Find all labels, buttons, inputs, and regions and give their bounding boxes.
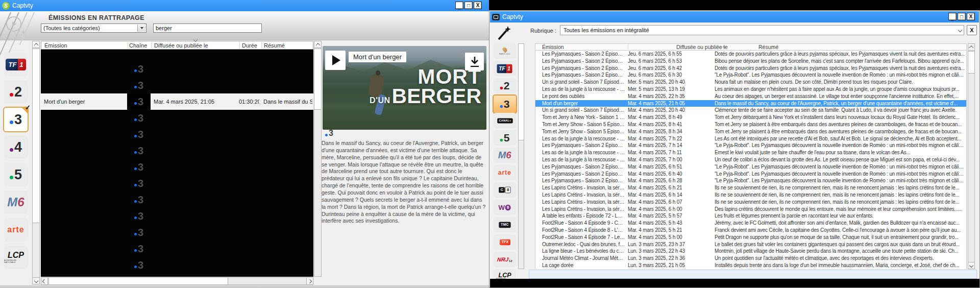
col-duree[interactable]: Durée: [242, 42, 257, 49]
right-table-row[interactable]: Les Pyjamasques - Saison 2 Épisode 29 - …: [535, 71, 967, 79]
right-table-row[interactable]: Les Lapins Crétins - Invasion, la série …: [535, 206, 967, 213]
play-button[interactable]: [325, 51, 346, 70]
left-table-row[interactable]: 3: [41, 257, 313, 273]
right-table-row[interactable]: Outremer.ledoc - Quai des brunes, femm..…: [535, 241, 967, 248]
right-table-row[interactable]: Les Pyjamasques - Saison 2 Épisode 31 - …: [535, 58, 967, 65]
left-table-row[interactable]: Mort d'un bergerMar. 4 mars 2025, 21:050…: [41, 93, 313, 110]
right-table-hscrollbar[interactable]: [529, 270, 977, 279]
channel-f5[interactable]: 5: [4, 163, 28, 186]
channel-tmc[interactable]: TMC: [494, 217, 516, 232]
right-table-row[interactable]: Foot2Rue - Saison 4 Épisode 8 - L'épreuv…: [535, 227, 967, 234]
category-dropdown[interactable]: (Toutes les catégories): [41, 23, 146, 33]
right-table-row[interactable]: La ligne bleue - Les bénévoles du chass.…: [535, 248, 967, 255]
right-table-row[interactable]: Un si grand soleil - Saison 7 Épisode 15…: [535, 107, 967, 114]
minimize-button[interactable]: _: [455, 2, 463, 9]
right-table-row[interactable]: Les as de la jungle à la rescousse - Sai…: [535, 86, 967, 93]
channel-paris2024[interactable]: PARIS 2024: [494, 43, 516, 59]
rubrique-dropdown[interactable]: Toutes les émissions en intégralité: [560, 25, 964, 35]
rubrique-clear-button[interactable]: X: [967, 25, 977, 35]
channel-arte[interactable]: arte: [4, 218, 28, 242]
left-table-row[interactable]: 3: [41, 142, 313, 159]
left-table-scroll-up-icon[interactable]: [314, 41, 322, 48]
right-table-row[interactable]: Les as de la jungle à la rescousse - Sai…: [535, 135, 967, 142]
left-table-row[interactable]: 3: [41, 241, 313, 257]
col-resume[interactable]: Résumé: [758, 44, 778, 51]
right-table-row[interactable]: Les Pyjamasques - Saison 2 Épisode 19 - …: [535, 177, 967, 184]
left-table-scrollbar-thumb[interactable]: [314, 49, 322, 110]
right-table-row[interactable]: Les Lapins Crétins - Invasion, la série …: [535, 184, 967, 191]
channel-f4[interactable]: 4: [4, 135, 28, 159]
right-table-row[interactable]: Tom et Jerry Show - Saison 5 Épisode 3 -…: [535, 128, 967, 135]
right-table-row[interactable]: Les Pyjamasques - Saison 2 Épisode 1 - Y…: [535, 51, 967, 58]
minimize-button[interactable]: _: [948, 13, 957, 20]
right-table-row[interactable]: Les as de la jungle à la rescousse - Sai…: [535, 156, 967, 163]
right-table-scrollbar[interactable]: [968, 43, 975, 269]
right-table-row[interactable]: Foot2Rue - Saison 4 Épisode 7 - Le bon c…: [535, 234, 967, 241]
right-window-titlebar[interactable]: Captvty _ □ X: [490, 11, 979, 22]
col-emission[interactable]: Émission: [44, 42, 67, 49]
channel-nrj12[interactable]: NRJ12: [494, 252, 516, 267]
channel-tfx[interactable]: TFX: [494, 234, 516, 250]
right-table-row[interactable]: Tom et Jerry Show - Saison 5 Épisode 3 -…: [535, 121, 967, 128]
channel-m6[interactable]: M6: [494, 148, 516, 163]
maximize-button[interactable]: □: [464, 2, 473, 9]
right-table-row[interactable]: Les Lapins Crétins - Invasion, la série …: [535, 191, 967, 199]
right-table-scrollbar-thumb[interactable]: [968, 51, 975, 74]
channel-f3[interactable]: ✓3: [3, 107, 29, 132]
right-table-row[interactable]: Les as de la jungle à la rescousse - Sai…: [535, 149, 967, 156]
wand-tool-button[interactable]: [495, 24, 514, 42]
left-table-row[interactable]: 3: [41, 273, 313, 277]
left-table-row[interactable]: 3: [41, 61, 313, 77]
channel-f3[interactable]: 3: [493, 94, 517, 114]
download-button[interactable]: [465, 53, 484, 70]
right-table-row[interactable]: Les Pyjamasques - Saison 2 Épisode 23 - …: [535, 142, 967, 149]
right-table-row[interactable]: La cage doréeLun. 3 mars 2025, 21 h 05In…: [535, 262, 967, 269]
left-table-row[interactable]: 3: [41, 208, 313, 224]
right-table-row[interactable]: Les Pyjamasques - Saison 2 Épisode 21 - …: [535, 163, 967, 171]
right-channel-scrollbar-thumb[interactable]: [518, 43, 524, 140]
maximize-button[interactable]: □: [958, 13, 966, 20]
right-table-row[interactable]: Mort d'un bergerMar. 4 mars 2025, 21 h 0…: [535, 100, 967, 107]
channel-tf1[interactable]: TF1: [4, 53, 28, 76]
left-table-row[interactable]: 3: [41, 110, 313, 126]
right-table-row[interactable]: Un si grand soleil - Saison 7 Épisode 15…: [535, 79, 967, 86]
col-diffusee[interactable]: Diffusée ou publiée le: [676, 44, 728, 51]
channel-arte[interactable]: arte: [494, 165, 516, 180]
left-window-titlebar[interactable]: S Captvty _ □ X: [0, 0, 489, 11]
channel-tf1[interactable]: TF1: [494, 61, 516, 76]
channel-f2[interactable]: 2: [4, 80, 28, 104]
left-table-hscrollbar-thumb[interactable]: [48, 277, 228, 285]
right-table-scroll-up-icon[interactable]: [968, 43, 975, 51]
col-chaine[interactable]: Chaîne: [129, 42, 147, 49]
left-table-row[interactable]: 3: [41, 175, 313, 191]
left-table-row[interactable]: 3: [41, 126, 313, 142]
search-input[interactable]: [153, 23, 262, 33]
right-table-row[interactable]: Foot2Rue - Saison 4 Épisode 9 - Chantage…: [535, 220, 967, 227]
channel-m6[interactable]: M6: [4, 190, 28, 214]
right-table-row[interactable]: Tom et Jerry à New York - Saison 1 Épiso…: [535, 114, 967, 121]
right-table-row[interactable]: Le pont des oubliésMar. 4 mars 2025, 22 …: [535, 93, 967, 100]
right-table-row[interactable]: Les Pyjamasques - Saison 2 Épisode 20 - …: [535, 171, 967, 178]
right-table-row[interactable]: A table les enfants - Épisode 72 - La ja…: [535, 212, 967, 220]
close-button[interactable]: X: [474, 2, 482, 9]
channel-lcp[interactable]: LCPASSEMBLÉE NATIONALE: [4, 246, 28, 269]
hscroll-left-icon[interactable]: [41, 277, 48, 285]
channel-scroll-down-icon[interactable]: [32, 277, 40, 284]
hscroll-right-icon[interactable]: [306, 277, 313, 285]
left-table-row[interactable]: 3: [41, 159, 313, 175]
channel-w9[interactable]: W9: [494, 200, 516, 215]
channel-scroll-up-icon[interactable]: [32, 41, 40, 48]
col-resume[interactable]: Résumé: [264, 42, 285, 49]
channel-c8[interactable]: C8: [494, 182, 516, 198]
col-emission[interactable]: Émission: [542, 44, 564, 51]
right-table-row[interactable]: Les Lapins Crétins - Invasion, la série …: [535, 199, 967, 206]
right-table-row[interactable]: Les Pyjamasques - Saison 2 Épisode 30 - …: [535, 65, 967, 72]
left-table-row[interactable]: 3: [41, 77, 313, 93]
right-table-scroll-down-icon[interactable]: [968, 262, 975, 269]
col-diffusee[interactable]: Diffusée ou publiée le: [154, 42, 208, 49]
close-button[interactable]: X: [967, 13, 975, 20]
channel-f5[interactable]: 5: [494, 130, 516, 146]
right-table-row[interactable]: Journal Météo Climat - Journal Météo cli…: [535, 255, 967, 262]
channel-scrollbar-thumb[interactable]: [32, 49, 40, 223]
channel-canalplus[interactable]: CANAL+: [494, 113, 516, 128]
